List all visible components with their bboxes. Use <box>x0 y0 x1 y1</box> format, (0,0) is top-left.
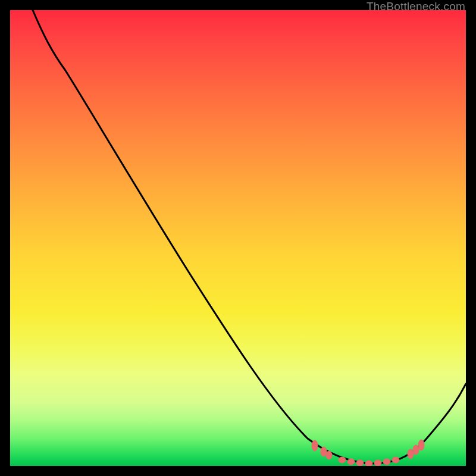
marker-m4 <box>339 457 346 463</box>
marker-m2 <box>321 447 327 456</box>
marker-m10 <box>392 457 399 463</box>
marker-m9 <box>383 459 390 465</box>
marker-m6 <box>356 460 364 466</box>
bottleneck-curve-svg <box>10 10 466 466</box>
curve-markers <box>312 440 424 466</box>
marker-m1 <box>312 440 318 451</box>
attribution-text: TheBottleneck.com <box>367 0 465 13</box>
bottleneck-curve-path <box>33 10 466 464</box>
chart-frame: TheBottleneck.com <box>0 0 476 476</box>
plot-area <box>10 10 466 466</box>
marker-m5 <box>347 459 355 465</box>
marker-m7 <box>365 461 372 466</box>
marker-m13 <box>418 440 424 450</box>
marker-m3 <box>326 451 332 459</box>
marker-m11 <box>408 449 414 459</box>
marker-m12 <box>413 445 419 455</box>
marker-m8 <box>374 460 381 466</box>
